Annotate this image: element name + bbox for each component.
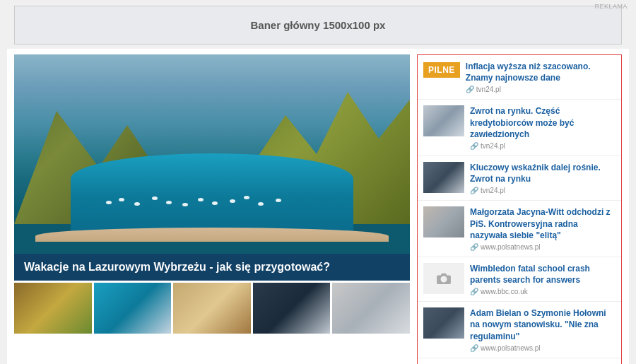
news-list: PILNE Inflacja wyższa niż szacowano. Zna…	[417, 54, 622, 364]
news-source-5: 🔗 www.bbc.co.uk	[470, 288, 616, 295]
main-content: Wakacje na Lazurowym Wybrzeżu - jak się …	[7, 49, 629, 364]
thumbnail-5[interactable]	[332, 283, 410, 334]
thumb-img-news-2	[423, 105, 464, 136]
news-content-6: Adam Bielan o Szymonie Hołowni na nowym …	[470, 307, 616, 352]
thumb-img-3	[173, 283, 251, 334]
link-icon-2: 🔗	[470, 142, 478, 150]
news-thumb-3	[423, 162, 464, 193]
news-source-4: 🔗 www.polsatnews.pl	[470, 243, 616, 251]
news-title-2: Zwrot na rynku. Część kredytobiorców moż…	[470, 105, 616, 140]
news-source-3: 🔗 tvn24.pl	[470, 187, 616, 194]
news-source-1: 🔗 tvn24.pl	[466, 86, 616, 93]
news-item-5[interactable]: Wimbledon fatal school crash parents sea…	[418, 257, 621, 302]
link-icon-5: 🔗	[470, 288, 478, 295]
thumb-img-1	[14, 283, 92, 334]
thumbnail-3[interactable]	[173, 283, 251, 334]
thumb-img-news-3	[423, 162, 464, 193]
news-item-3[interactable]: Kluczowy wskaźnik dalej rośnie. Zwrot na…	[418, 156, 621, 201]
banner-text: Baner główny 1500x100 px	[251, 19, 386, 31]
thumbnail-1[interactable]	[14, 283, 92, 334]
link-icon-1: 🔗	[466, 86, 474, 93]
beach	[35, 228, 389, 242]
thumb-img-news-6	[423, 307, 464, 339]
left-section: Wakacje na Lazurowym Wybrzeżu - jak się …	[14, 54, 410, 364]
link-icon-6: 🔗	[470, 344, 478, 352]
thumbnail-strip	[14, 283, 410, 334]
news-thumb-4	[423, 206, 464, 237]
main-image[interactable]: Wakacje na Lazurowym Wybrzeżu - jak się …	[14, 54, 410, 281]
camera-placeholder-5	[423, 263, 464, 294]
reklama-label: REKLAMA	[594, 3, 628, 10]
news-item-2[interactable]: Zwrot na rynku. Część kredytobiorców moż…	[418, 100, 621, 156]
news-source-2: 🔗 tvn24.pl	[470, 142, 616, 150]
image-caption-text: Wakacje na Lazurowym Wybrzeżu - jak się …	[24, 261, 330, 273]
main-banner[interactable]: Baner główny 1500x100 px	[14, 6, 622, 45]
news-item-4[interactable]: Małgorzata Jacyna-Witt odchodzi z PiS. K…	[418, 201, 621, 257]
thumbnail-4[interactable]	[253, 283, 331, 334]
news-item-7[interactable]: Suspects wanted by police after pro-Pale…	[418, 358, 621, 364]
news-content-4: Małgorzata Jacyna-Witt odchodzi z PiS. K…	[470, 206, 616, 251]
thumb-img-2	[94, 283, 172, 334]
news-title-6: Adam Bielan o Szymonie Hołowni na nowym …	[470, 307, 616, 342]
news-content-3: Kluczowy wskaźnik dalej rośnie. Zwrot na…	[470, 162, 616, 194]
news-content-1: Inflacja wyższa niż szacowano. Znamy naj…	[466, 61, 616, 93]
news-title-1: Inflacja wyższa niż szacowano. Znamy naj…	[466, 61, 616, 83]
camera-icon-5	[436, 272, 452, 285]
news-thumb-6	[423, 307, 464, 339]
thumb-img-news-4	[423, 206, 464, 237]
image-caption-overlay: Wakacje na Lazurowym Wybrzeżu - jak się …	[14, 254, 410, 281]
news-item-6[interactable]: Adam Bielan o Szymonie Hołowni na nowym …	[418, 302, 621, 358]
boats	[99, 189, 325, 210]
thumb-img-4	[253, 283, 331, 334]
link-icon-4: 🔗	[470, 243, 478, 251]
thumbnail-2[interactable]	[94, 283, 172, 334]
top-banner-area: REKLAMA Baner główny 1500x100 px	[0, 0, 636, 49]
news-item-1[interactable]: PILNE Inflacja wyższa niż szacowano. Zna…	[418, 55, 621, 100]
news-title-4: Małgorzata Jacyna-Witt odchodzi z PiS. K…	[470, 206, 616, 241]
pilne-badge: PILNE	[423, 62, 460, 78]
news-source-6: 🔗 www.polsatnews.pl	[470, 344, 616, 352]
thumb-img-5	[332, 283, 410, 334]
news-content-5: Wimbledon fatal school crash parents sea…	[470, 263, 616, 295]
news-title-3: Kluczowy wskaźnik dalej rośnie. Zwrot na…	[470, 162, 616, 184]
news-title-5: Wimbledon fatal school crash parents sea…	[470, 263, 616, 286]
main-image-background	[14, 54, 410, 281]
news-thumb-2	[423, 105, 464, 136]
news-content-2: Zwrot na rynku. Część kredytobiorców moż…	[470, 105, 616, 150]
link-icon-3: 🔗	[470, 187, 478, 194]
